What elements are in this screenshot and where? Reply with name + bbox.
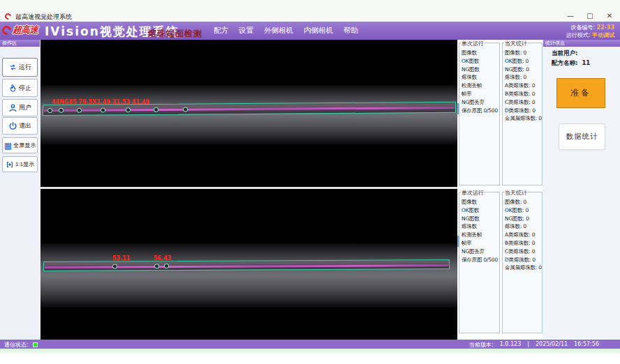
stop-button[interactable]: 停止 — [2, 79, 38, 97]
device-id-value: 22-33 — [596, 24, 614, 31]
inner-camera-view: 53.11 56.43 — [40, 189, 457, 340]
menu-item-inner-camera[interactable]: 内侧相机 — [304, 26, 333, 36]
groupbox-title: 当天统计 — [504, 40, 528, 47]
groupbox-title: 当天统计 — [504, 189, 528, 197]
bead-marker — [126, 107, 131, 112]
groupbox-title: 单次运行 — [461, 189, 485, 197]
maximize-button[interactable]: □ — [584, 11, 596, 21]
stat-row: 图像数 — [462, 49, 499, 57]
brand-logo: 超高速 — [2, 24, 38, 36]
bead-marker — [183, 107, 188, 112]
stat-row: 保存原图 0/500 — [462, 107, 499, 115]
stat-row: 检测丢帧 — [462, 231, 499, 239]
run-mode-label: 运行模式: — [566, 32, 591, 38]
bead-marker — [164, 264, 169, 268]
bead-marker — [101, 107, 105, 112]
measurement-annotation: 44NG85 79.5X1.49 31.53 41.49 — [52, 99, 149, 105]
stop-button-label: 停止 — [19, 84, 31, 93]
brand-logo-text: 超高速 — [13, 24, 38, 36]
stat-row: 帧率 — [462, 90, 499, 98]
stat-row: NG图数 — [462, 66, 499, 74]
sidebar-header: 操作区 — [0, 40, 40, 47]
stat-row: OK图数 — [462, 57, 499, 66]
app-logo-icon — [3, 12, 13, 21]
camera2-weld-line — [45, 264, 448, 268]
today-stats-groupbox: 当天统计 图像数: 0OK图数: 0NG图数: 0熔珠数: 0A类熔珠数: 0B… — [502, 192, 542, 333]
menu-item-outer-camera[interactable]: 外侧相机 — [264, 26, 293, 36]
app-window: 超高速视觉处理系统 — □ ✕ 超高速 IVision视觉处理系统 熔珠端面检测… — [0, 0, 620, 364]
stat-row: 熔珠数 — [462, 73, 499, 82]
groupbox-body: 图像数OK图数NG图数熔珠数检测丢帧帧率NG图丢弃保存原图 0/500 — [459, 43, 499, 114]
user-button[interactable]: 用户 — [2, 99, 38, 116]
run-mode-value: 手动调试 — [592, 32, 614, 38]
bead-marker — [47, 108, 52, 113]
prepare-button[interactable]: 准备 — [556, 78, 605, 108]
menu-item-recipe[interactable]: 配方 — [214, 26, 228, 36]
bead-marker — [112, 264, 117, 268]
stat-row: C类熔珠数: 0 — [505, 248, 541, 256]
single-run-groupbox: 单次运行 图像数OK图数NG图数熔珠数检测丢帧帧率NG图丢弃保存原图 0/500 — [459, 43, 500, 185]
bead-marker — [77, 108, 82, 113]
hand-icon — [8, 84, 17, 93]
stat-row: 熔珠数 — [462, 222, 499, 231]
measurement-annotation: 56.43 — [154, 255, 171, 261]
camera1-weld-line — [44, 107, 455, 112]
stat-row: 金属屑熔珠数: 0 — [505, 114, 541, 123]
stat-row: D类熔珠数: 0 — [505, 256, 541, 264]
stat-row: NG图数 — [462, 215, 499, 223]
brand-swirl-icon — [0, 24, 13, 36]
stat-row: 熔珠数: 0 — [505, 222, 541, 231]
fullscreen-button[interactable]: ▦ 全屏显示 — [2, 137, 38, 153]
header-menu: 配方 设置 外侧相机 内侧相机 帮助 — [214, 22, 358, 40]
data-statistics-button[interactable]: 数据统计 — [559, 123, 605, 150]
stat-row: 图像数: 0 — [505, 198, 541, 206]
splitter-handle[interactable] — [457, 103, 459, 114]
stat-row: 金属屑熔珠数: 0 — [505, 264, 541, 272]
right-panel-header: 统计信息 — [543, 40, 620, 47]
stat-row: NG图丢弃 — [462, 248, 499, 256]
run-button[interactable]: 运行 — [2, 58, 38, 77]
camera2-sheet-image — [40, 243, 457, 308]
version-label: 当前版本: — [469, 341, 494, 349]
run-button-label: 运行 — [19, 63, 31, 72]
user-icon — [8, 103, 17, 112]
stat-row: 图像数 — [462, 198, 499, 206]
stat-row: 检测丢帧 — [462, 82, 499, 90]
loop-arrows-icon — [8, 63, 17, 72]
groupbox-body: 图像数OK图数NG图数熔珠数检测丢帧帧率NG图丢弃保存原图 0/500 — [459, 192, 499, 264]
stat-row: 熔珠数: 0 — [505, 73, 541, 82]
exit-button-label: 退出 — [19, 121, 31, 130]
menu-item-settings[interactable]: 设置 — [239, 26, 253, 36]
comm-status-label: 通信状态: — [4, 341, 29, 349]
one-to-one-button-label: 1:1显示 — [15, 160, 34, 168]
stat-row: A类熔珠数: 0 — [505, 231, 541, 239]
splitter-handle[interactable] — [457, 236, 459, 247]
stat-row: OK图数 — [462, 206, 499, 215]
status-time: 16:57:56 — [574, 341, 599, 349]
stat-row: C类熔珠数: 0 — [505, 98, 541, 107]
user-button-label: 用户 — [19, 103, 31, 112]
stat-row: NG图丢弃 — [462, 98, 499, 107]
device-id-label: 设备编号: — [570, 24, 595, 31]
window-title: 超高速视觉处理系统 — [15, 13, 72, 22]
bead-marker — [154, 107, 158, 112]
minimize-button[interactable]: — — [564, 11, 577, 21]
current-user-row: 当前用户: — [552, 50, 582, 58]
one-to-one-button[interactable]: 1:1显示 — [2, 156, 38, 172]
comm-status-indicator — [33, 342, 38, 347]
menu-item-help[interactable]: 帮助 — [344, 26, 358, 36]
stat-row: 图像数: 0 — [505, 49, 541, 57]
app-header: 超高速 IVision视觉处理系统 熔珠端面检测 配方 设置 外侧相机 内侧相机… — [0, 22, 620, 40]
recipe-name-label: 配方名称: — [552, 59, 577, 66]
exit-button[interactable]: 退出 — [2, 117, 38, 135]
bottom-margin — [0, 349, 620, 364]
status-date: 2025/02/11 — [536, 341, 568, 349]
stat-row: OK图数: 0 — [505, 57, 541, 66]
close-button[interactable]: ✕ — [603, 11, 616, 21]
stat-row: B类熔珠数: 0 — [505, 90, 541, 98]
status-separator: | — [527, 341, 529, 349]
stat-row: NG图数: 0 — [505, 66, 541, 74]
measurement-annotation: 53.11 — [112, 255, 130, 261]
single-run-groupbox: 单次运行 图像数OK图数NG图数熔珠数检测丢帧帧率NG图丢弃保存原图 0/500 — [459, 192, 500, 333]
stat-row: B类熔珠数: 0 — [505, 239, 541, 248]
